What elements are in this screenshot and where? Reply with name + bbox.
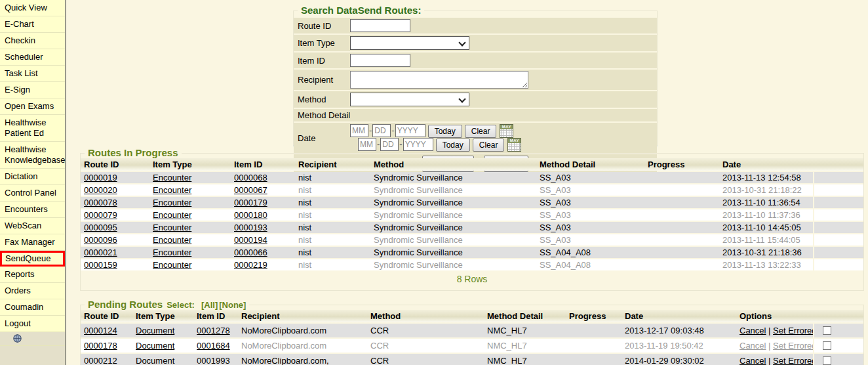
route-id-label: Route ID: [294, 18, 347, 33]
date-to-month-input[interactable]: [358, 138, 376, 151]
date-cell: 2013-11-10 11:36:54: [719, 197, 813, 208]
date-from-day-input[interactable]: [372, 124, 391, 137]
row-checkbox[interactable]: [823, 341, 831, 350]
cancel-link[interactable]: Cancel: [740, 341, 766, 351]
item-type-link[interactable]: Document: [136, 326, 174, 335]
route-id-input[interactable]: [350, 19, 410, 32]
checkbox-cell: [813, 339, 863, 353]
sidebar-item-quick-view[interactable]: Quick View: [0, 0, 65, 16]
route-id-link[interactable]: 0000079: [84, 210, 117, 220]
method-select[interactable]: [350, 93, 469, 106]
item-id-link[interactable]: 0000068: [234, 173, 267, 182]
item-type-link[interactable]: Encounter: [153, 235, 191, 245]
sidebar-item-coumadin[interactable]: Coumadin: [0, 299, 65, 316]
progress-cell: [644, 209, 719, 221]
recipient-textarea[interactable]: [350, 71, 528, 89]
sidebar-item-control-panel[interactable]: Control Panel: [0, 185, 65, 202]
sidebar-item-e-chart[interactable]: E-Chart: [0, 16, 65, 33]
item-id-link[interactable]: 0000179: [234, 198, 267, 207]
set-errored-link[interactable]: Set Errored: [773, 341, 813, 351]
date-from-year-input[interactable]: [395, 124, 425, 137]
method-label: Method: [294, 91, 347, 108]
cancel-link[interactable]: Cancel: [740, 326, 766, 335]
set-errored-link[interactable]: Set Errored: [773, 326, 813, 335]
method-cell: CCR: [367, 339, 484, 353]
date-from-clear-button[interactable]: Clear: [465, 125, 497, 138]
route-id-link[interactable]: 0000095: [84, 223, 117, 232]
method-cell: Syndromic Surveillance: [370, 247, 536, 258]
sidebar-item-logout[interactable]: Logout: [0, 316, 65, 332]
select-none-link[interactable]: [None]: [219, 300, 246, 310]
select-all-link[interactable]: [All]: [201, 300, 218, 310]
item-type-link[interactable]: Encounter: [153, 260, 191, 270]
item-id-link[interactable]: 0000180: [234, 210, 267, 220]
route-id-link[interactable]: 0000124: [84, 326, 117, 335]
route-id-link[interactable]: 0000178: [84, 341, 117, 351]
method-cell: Syndromic Surveillance: [370, 209, 536, 221]
item-type-link[interactable]: Encounter: [153, 185, 191, 195]
sidebar-item-task-list[interactable]: Task List: [0, 66, 65, 82]
row-checkbox[interactable]: [823, 356, 831, 365]
sidebar-item-orders[interactable]: Orders: [0, 283, 65, 299]
sidebar-item-encounters[interactable]: Encounters: [0, 202, 65, 218]
sidebar-item-sendqueue[interactable]: SendQueue: [0, 251, 65, 267]
item-type-link[interactable]: Encounter: [153, 210, 191, 220]
item-type-link[interactable]: Encounter: [153, 173, 191, 182]
method-detail-cell: NMC_HL7: [484, 324, 566, 337]
sidebar-item-e-sign[interactable]: E-Sign: [0, 82, 65, 98]
row-checkbox[interactable]: [823, 326, 831, 335]
calendar-icon[interactable]: MAY: [507, 138, 521, 152]
date-cell: 2013-11-13 12:54:58: [719, 172, 813, 183]
route-id-link[interactable]: 0000020: [84, 185, 117, 195]
table-row: 0000212Document0001993NoMoreClipboard.co…: [81, 354, 863, 365]
sidebar-item-scheduler[interactable]: Scheduler: [0, 49, 65, 66]
route-id-link[interactable]: 0000021: [84, 247, 117, 257]
column-header-date: Date: [719, 158, 813, 171]
pending-routes-table: Route IDItem TypeItem IDRecipientMethodM…: [81, 309, 863, 365]
sidebar-item-reports[interactable]: Reports: [0, 267, 65, 283]
sidebar-item-open-exams[interactable]: Open Exams: [0, 98, 65, 115]
column-header-progress: Progress: [644, 158, 719, 171]
column-header-route-id: Route ID: [81, 310, 132, 322]
progress-cell: [644, 197, 719, 208]
set-errored-link[interactable]: Set Errored: [773, 356, 813, 365]
item-type-link[interactable]: Encounter: [153, 247, 191, 257]
search-form: Route ID Item Type Item ID Recipient Met…: [294, 16, 657, 175]
cancel-link[interactable]: Cancel: [740, 356, 766, 365]
date-from-month-input[interactable]: [350, 124, 368, 137]
item-type-link[interactable]: Encounter: [153, 223, 191, 232]
item-id-link[interactable]: 0000067: [234, 185, 267, 195]
sidebar-item-fax-manager[interactable]: Fax Manager: [0, 234, 65, 251]
sidebar-item-healthwise-patient-ed[interactable]: Healthwise Patient Ed: [0, 115, 65, 142]
item-id-link[interactable]: 0001278: [197, 326, 230, 335]
item-id-input[interactable]: [350, 54, 410, 67]
date-to-clear-button[interactable]: Clear: [473, 139, 505, 152]
date-to-day-input[interactable]: [380, 138, 399, 151]
calendar-icon[interactable]: MAY: [500, 124, 513, 138]
sidebar-item-checkin[interactable]: Checkin: [0, 33, 65, 49]
item-id-link[interactable]: 0000194: [234, 235, 267, 245]
item-type-select[interactable]: [350, 36, 469, 50]
item-id-link[interactable]: 0000066: [234, 247, 267, 257]
column-header-date: Date: [621, 310, 736, 322]
select-label: Select:: [167, 300, 195, 310]
recipient-label: Recipient: [294, 70, 347, 90]
route-id-link[interactable]: 0000019: [84, 173, 117, 182]
globe-icon[interactable]: [13, 334, 65, 343]
column-header-recipient: Recipient: [295, 158, 370, 171]
item-type-link[interactable]: Document: [136, 341, 174, 351]
route-id-link[interactable]: 0000096: [84, 235, 117, 245]
date-to-year-input[interactable]: [403, 138, 433, 151]
method-detail-cell: SS_A04_A08: [536, 247, 644, 258]
route-id-link[interactable]: 0000078: [84, 198, 117, 207]
sidebar-item-dictation[interactable]: Dictation: [0, 169, 65, 185]
sidebar-item-webscan[interactable]: WebScan: [0, 218, 65, 234]
date-to-today-button[interactable]: Today: [436, 139, 470, 152]
item-id-link[interactable]: 0000193: [234, 223, 267, 232]
date-from-today-button[interactable]: Today: [428, 125, 462, 138]
route-id-link[interactable]: 0000159: [84, 260, 117, 270]
item-id-link[interactable]: 0001684: [197, 341, 230, 351]
item-id-link[interactable]: 0000219: [234, 260, 267, 270]
sidebar-item-healthwise-knowledgebase[interactable]: Healthwise Knowledgebase: [0, 142, 65, 169]
item-type-link[interactable]: Encounter: [153, 198, 191, 207]
